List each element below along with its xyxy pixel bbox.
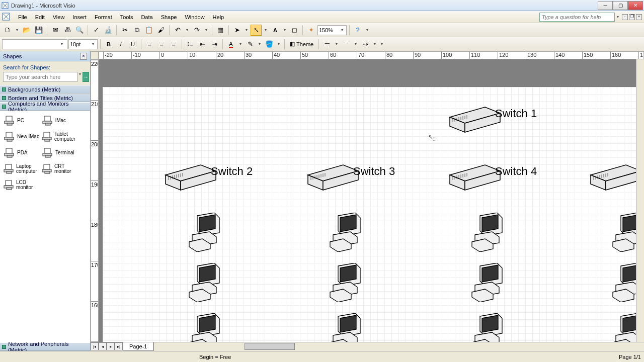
pc-shape[interactable] — [329, 213, 364, 253]
pc-shape[interactable] — [471, 263, 506, 303]
increase-indent-button[interactable]: ⇥ — [209, 39, 220, 50]
shape-item[interactable]: CRT monitor — [40, 161, 78, 177]
shapes-window-button[interactable]: ▦ — [215, 25, 226, 36]
shape-item[interactable]: Terminal — [40, 145, 78, 161]
connector-dropdown-icon[interactable]: ▾ — [263, 28, 269, 32]
format-painter-button[interactable]: 🖌 — [155, 25, 167, 36]
close-button[interactable]: ✕ — [628, 1, 643, 10]
menu-window[interactable]: Window — [181, 13, 208, 22]
shape-item[interactable]: iMac — [40, 113, 78, 129]
switch-shape[interactable] — [586, 160, 636, 201]
pc-shape[interactable] — [612, 263, 636, 303]
search-dropdown-icon[interactable]: ▾ — [79, 72, 81, 82]
pointer-tool-button[interactable]: ➤ — [231, 25, 243, 36]
email-button[interactable]: ✉ — [50, 25, 61, 36]
connector-tool-button[interactable]: ⤡ — [251, 25, 262, 36]
align-left-button[interactable]: ≡ — [144, 39, 155, 50]
menu-insert[interactable]: Insert — [68, 13, 91, 22]
shape-item[interactable]: New iMac — [2, 129, 40, 145]
underline-button[interactable]: U — [127, 39, 138, 50]
control-menu-icon[interactable] — [2, 13, 11, 22]
text-tool-button[interactable]: A — [270, 25, 281, 36]
spelling-button[interactable]: ✓ — [91, 25, 102, 36]
zoom-input[interactable] — [319, 27, 339, 33]
menu-format[interactable]: Format — [91, 13, 116, 22]
stencil-header-bottom[interactable]: Network and Peripherals (Metric) — [0, 342, 90, 351]
cut-button[interactable]: ✂ — [119, 25, 130, 36]
fontsize-input[interactable] — [70, 41, 90, 47]
font-dropdown-icon[interactable]: ▾ — [59, 42, 65, 46]
shape-item[interactable]: PC — [2, 113, 40, 129]
shape-item[interactable]: PDA — [2, 145, 40, 161]
pc-shape[interactable] — [471, 313, 506, 342]
copy-button[interactable]: ⧉ — [131, 25, 142, 36]
toolbar-options-icon[interactable]: ▾ — [364, 28, 370, 32]
menu-file[interactable]: File — [14, 13, 31, 22]
align-right-button[interactable]: ≡ — [168, 39, 179, 50]
menu-tools[interactable]: Tools — [116, 13, 137, 22]
fontsize-combo[interactable]: ▾ — [68, 39, 98, 49]
font-combo[interactable]: ▾ — [2, 39, 67, 49]
menu-shape[interactable]: Shape — [157, 13, 181, 22]
font-input[interactable] — [4, 41, 59, 47]
bullets-button[interactable]: ⁝≡ — [185, 39, 196, 50]
zoom-dropdown-icon[interactable]: ▾ — [339, 28, 345, 32]
undo-button[interactable]: ↶ — [172, 25, 183, 36]
fontsize-dropdown-icon[interactable]: ▾ — [90, 42, 96, 46]
line-color-dropdown-icon[interactable]: ▾ — [257, 42, 263, 46]
text-dropdown-icon[interactable]: ▾ — [282, 28, 288, 32]
pc-shape[interactable] — [188, 263, 223, 303]
font-color-dropdown-icon[interactable]: ▾ — [237, 42, 244, 46]
save-button[interactable]: 💾 — [33, 25, 44, 36]
shape-item[interactable]: Tablet computer — [40, 129, 78, 145]
connection-point-button[interactable]: ✦ — [305, 25, 316, 36]
pc-shape[interactable] — [612, 313, 636, 342]
paste-button[interactable]: 📋 — [143, 25, 154, 36]
stencil-header[interactable]: Backgrounds (Metric) — [0, 85, 90, 94]
zoom-combo[interactable]: ▾ — [317, 25, 347, 35]
pc-shape[interactable] — [329, 263, 364, 303]
minimize-button[interactable]: ─ — [598, 1, 613, 10]
line-ends-button[interactable]: ⇢ — [360, 39, 371, 50]
menu-help[interactable]: Help — [209, 13, 228, 22]
print-button[interactable]: 🖶 — [62, 25, 73, 36]
open-button[interactable]: 📂 — [21, 25, 32, 36]
align-center-button[interactable]: ≡ — [156, 39, 167, 50]
line-weight-dropdown-icon[interactable]: ▾ — [334, 42, 340, 46]
pointer-dropdown-icon[interactable]: ▾ — [244, 28, 250, 32]
font-color-button[interactable]: A — [225, 39, 236, 50]
pc-shape[interactable] — [329, 313, 364, 342]
stencil-header[interactable]: Computers and Monitors (Metric) — [0, 102, 90, 111]
last-page-button[interactable]: ▸| — [115, 342, 123, 350]
line-pattern-dropdown-icon[interactable]: ▾ — [353, 42, 359, 46]
fill-color-button[interactable]: 🪣 — [264, 39, 275, 50]
help-button[interactable]: ? — [352, 25, 363, 36]
shape-item[interactable]: LCD monitor — [2, 177, 40, 193]
doc-restore-button[interactable]: ❐ — [629, 14, 635, 20]
redo-dropdown-icon[interactable]: ▾ — [203, 28, 209, 32]
page-tab[interactable]: Page-1 — [123, 342, 153, 351]
pc-shape[interactable] — [188, 213, 223, 253]
horizontal-scrollbar[interactable] — [153, 342, 644, 351]
menu-data[interactable]: Data — [137, 13, 156, 22]
first-page-button[interactable]: |◂ — [91, 342, 99, 350]
search-go-button[interactable]: → — [83, 72, 89, 82]
shape-item[interactable]: Laptop computer — [2, 161, 40, 177]
new-dropdown-icon[interactable]: ▾ — [14, 28, 20, 32]
page-area[interactable]: Switch 1Switch 2Switch 3Switch 4S…↖⬚ — [103, 87, 636, 342]
help-dropdown-icon[interactable]: ▾ — [615, 15, 621, 19]
help-search-input[interactable] — [539, 13, 615, 22]
search-shapes-input[interactable] — [3, 72, 77, 82]
prev-page-button[interactable]: ◂ — [99, 342, 107, 350]
menu-edit[interactable]: Edit — [31, 13, 49, 22]
redo-button[interactable]: ↷ — [191, 25, 202, 36]
undo-dropdown-icon[interactable]: ▾ — [184, 28, 190, 32]
next-page-button[interactable]: ▸ — [107, 342, 115, 350]
maximize-button[interactable]: ▢ — [613, 1, 628, 10]
pc-shape[interactable] — [612, 213, 636, 253]
vertical-scrollbar[interactable] — [636, 59, 644, 342]
shapes-panel-close-button[interactable]: × — [80, 53, 87, 60]
doc-minimize-button[interactable]: - — [622, 14, 628, 20]
line-pattern-button[interactable]: ┄ — [341, 39, 352, 50]
pc-shape[interactable] — [471, 213, 506, 253]
